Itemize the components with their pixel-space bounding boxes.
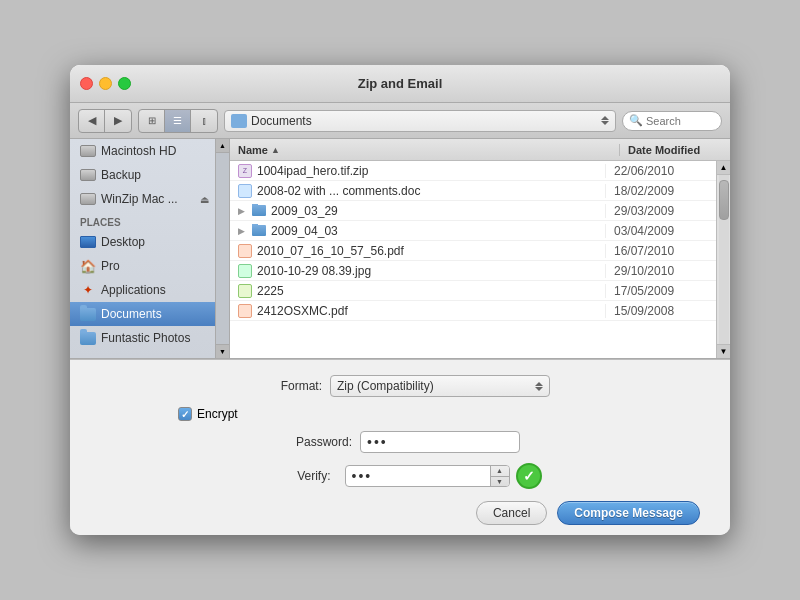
- sidebar-item-backup[interactable]: Backup: [70, 163, 229, 187]
- maximize-button[interactable]: [118, 77, 131, 90]
- file-scroll-thumb[interactable]: [719, 180, 729, 220]
- doc-icon: [238, 184, 252, 198]
- column-name-header[interactable]: Name ▲: [230, 144, 620, 156]
- eject-icon: ⏏: [200, 194, 209, 205]
- file-date-cell: 22/06/2010: [606, 164, 716, 178]
- search-input[interactable]: [646, 115, 716, 127]
- table-row[interactable]: ▶ 2009_03_29 29/03/2009: [230, 201, 716, 221]
- format-select[interactable]: Zip (Compatibility): [330, 375, 550, 397]
- format-label: Format:: [250, 379, 330, 393]
- file-list: Name ▲ Date Modified Z 1004ipad_hero.tif…: [230, 139, 730, 358]
- file-name-cell: Z 1004ipad_hero.tif.zip: [230, 164, 606, 178]
- sidebar-label: Applications: [101, 283, 166, 297]
- sidebar-item-winzip[interactable]: WinZip Mac ... ⏏: [70, 187, 229, 211]
- file-scroll-down-button[interactable]: ▼: [717, 344, 731, 358]
- file-name-cell: 2008-02 with ... comments.doc: [230, 184, 606, 198]
- sidebar-label: Macintosh HD: [101, 144, 176, 158]
- file-date-cell: 16/07/2010: [606, 244, 716, 258]
- verify-spin-down[interactable]: ▼: [491, 477, 509, 487]
- button-row: Cancel Compose Message: [90, 501, 710, 525]
- arrow-up-icon: [535, 382, 543, 386]
- file-list-scrollbar: ▲ ▼: [716, 161, 730, 358]
- sidebar: Macintosh HD Backup WinZip Mac ... ⏏ PLA…: [70, 139, 230, 358]
- column-view-button[interactable]: ⫿: [191, 110, 217, 132]
- sidebar-item-macintosh-hd[interactable]: Macintosh HD: [70, 139, 229, 163]
- cancel-button[interactable]: Cancel: [476, 501, 547, 525]
- location-arrows: [601, 116, 609, 125]
- sidebar-label: Documents: [101, 307, 162, 321]
- sidebar-item-desktop[interactable]: Desktop: [70, 230, 229, 254]
- list-view-button[interactable]: ☰: [165, 110, 191, 132]
- sidebar-item-applications[interactable]: ✦ Applications: [70, 278, 229, 302]
- encrypt-checkbox[interactable]: ✓: [178, 407, 192, 421]
- verify-input[interactable]: ••• ▲ ▼: [345, 465, 510, 487]
- file-name-cell: ▶ 2009_03_29: [230, 204, 606, 218]
- jpg-icon: [238, 264, 252, 278]
- search-icon: 🔍: [629, 114, 643, 127]
- table-row[interactable]: Z 1004ipad_hero.tif.zip 22/06/2010: [230, 161, 716, 181]
- folder-expand-icon: ▶: [238, 206, 245, 216]
- content-area: Macintosh HD Backup WinZip Mac ... ⏏ PLA…: [70, 139, 730, 359]
- checkmark-icon: ✓: [523, 469, 535, 483]
- view-buttons: ⊞ ☰ ⫿: [138, 109, 218, 133]
- folder-sm-icon: [252, 224, 266, 238]
- hd-icon: [80, 191, 96, 207]
- encrypt-row: ✓ Encrypt: [90, 407, 710, 421]
- zip-icon: Z: [238, 164, 252, 178]
- table-row[interactable]: 2225 17/05/2009: [230, 281, 716, 301]
- location-bar[interactable]: Documents: [224, 110, 616, 132]
- titlebar: Zip and Email: [70, 65, 730, 103]
- num-icon: [238, 284, 252, 298]
- sidebar-scroll-up[interactable]: ▲: [216, 139, 230, 153]
- password-input[interactable]: •••: [360, 431, 520, 453]
- verify-spin-up[interactable]: ▲: [491, 466, 509, 477]
- search-box[interactable]: 🔍: [622, 111, 722, 131]
- location-arrow-down: [601, 121, 609, 125]
- file-date-cell: 17/05/2009: [606, 284, 716, 298]
- close-button[interactable]: [80, 77, 93, 90]
- table-row[interactable]: 2412OSXMC.pdf 15/09/2008: [230, 301, 716, 321]
- sidebar-item-documents[interactable]: Documents: [70, 302, 229, 326]
- format-select-value: Zip (Compatibility): [337, 379, 531, 393]
- minimize-button[interactable]: [99, 77, 112, 90]
- traffic-lights: [80, 77, 131, 90]
- compose-message-button[interactable]: Compose Message: [557, 501, 700, 525]
- encrypt-label: Encrypt: [197, 407, 238, 421]
- password-row: Password: •••: [90, 431, 710, 453]
- forward-button[interactable]: ▶: [105, 110, 131, 132]
- back-button[interactable]: ◀: [79, 110, 105, 132]
- sidebar-label: Pro: [101, 259, 120, 273]
- file-scroll-up-button[interactable]: ▲: [717, 161, 731, 175]
- icon-view-button[interactable]: ⊞: [139, 110, 165, 132]
- bottom-panel: Format: Zip (Compatibility) ✓ Encrypt Pa…: [70, 360, 730, 535]
- verify-row: Verify: ••• ▲ ▼ ✓: [90, 463, 710, 489]
- pdf-icon: [238, 304, 252, 318]
- format-arrows-icon: [535, 382, 543, 391]
- location-folder-icon: [231, 114, 247, 128]
- folder-icon: [80, 306, 96, 322]
- sidebar-item-photos[interactable]: Funtastic Photos: [70, 326, 229, 350]
- password-label: Password:: [280, 435, 360, 449]
- file-date-cell: 18/02/2009: [606, 184, 716, 198]
- table-row[interactable]: 2010-10-29 08.39.jpg 29/10/2010: [230, 261, 716, 281]
- sort-arrow-icon: ▲: [271, 145, 280, 155]
- table-row[interactable]: 2008-02 with ... comments.doc 18/02/2009: [230, 181, 716, 201]
- checkmark-icon: ✓: [181, 409, 189, 420]
- verify-spinner: ▲ ▼: [490, 466, 509, 486]
- nav-buttons: ◀ ▶: [78, 109, 132, 133]
- arrow-down-icon: [535, 387, 543, 391]
- file-name-cell: 2010-10-29 08.39.jpg: [230, 264, 606, 278]
- table-row[interactable]: ▶ 2009_04_03 03/04/2009: [230, 221, 716, 241]
- location-text: Documents: [251, 114, 597, 128]
- file-date-cell: 15/09/2008: [606, 304, 716, 318]
- pdf-icon: [238, 244, 252, 258]
- file-name-cell: ▶ 2009_04_03: [230, 224, 606, 238]
- desktop-icon: [80, 234, 96, 250]
- sidebar-scroll-down[interactable]: ▼: [216, 344, 230, 358]
- column-date-header[interactable]: Date Modified: [620, 144, 730, 156]
- folder-icon: [80, 330, 96, 346]
- table-row[interactable]: 2010_07_16_10_57_56.pdf 16/07/2010: [230, 241, 716, 261]
- file-scroll-track: [719, 175, 729, 344]
- sidebar-item-pro[interactable]: 🏠 Pro: [70, 254, 229, 278]
- sidebar-scrollbar: ▲ ▼: [215, 139, 229, 358]
